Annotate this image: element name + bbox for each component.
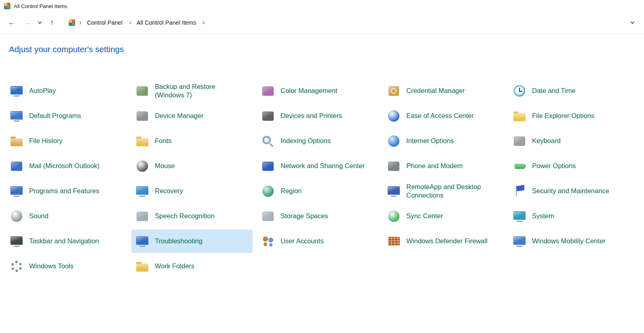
item-credential-manager[interactable]: Credential Manager	[383, 79, 504, 103]
item-speech-recognition[interactable]: Speech Recognition	[131, 204, 253, 228]
item-color-management[interactable]: Color Management	[257, 79, 378, 103]
mail-icon	[10, 159, 23, 173]
item-sound[interactable]: Sound	[6, 204, 127, 228]
item-label[interactable]: Sync Center	[406, 212, 443, 220]
item-label[interactable]: Devices and Printers	[281, 112, 342, 120]
windows-defender-firewall-icon	[387, 234, 401, 248]
item-file-history[interactable]: File History	[6, 129, 127, 153]
mouse-icon	[135, 159, 149, 173]
item-label[interactable]: Date and Time	[532, 86, 575, 95]
item-phone-and-modem[interactable]: Phone and Modem	[383, 154, 504, 178]
indexing-options-icon	[261, 134, 275, 148]
item-date-and-time[interactable]: Date and Time	[509, 79, 630, 103]
item-fonts[interactable]: Fonts	[131, 129, 253, 153]
breadcrumb-control-panel[interactable]: Control Panel	[84, 17, 125, 28]
item-label[interactable]: Speech Recognition	[155, 212, 215, 220]
item-sync-center[interactable]: Sync Center	[383, 204, 504, 228]
item-label[interactable]: Power Options	[532, 162, 576, 170]
item-user-accounts[interactable]: User Accounts	[257, 230, 378, 253]
item-label[interactable]: Fonts	[155, 137, 171, 145]
item-programs-and-features[interactable]: Programs and Features	[6, 179, 127, 203]
item-label[interactable]: Programs and Features	[29, 187, 99, 195]
item-label[interactable]: User Accounts	[281, 237, 323, 245]
item-label[interactable]: Credential Manager	[406, 86, 465, 95]
item-label[interactable]: Network and Sharing Center	[281, 162, 365, 170]
item-internet-options[interactable]: Internet Options	[383, 129, 504, 153]
item-mouse[interactable]: Mouse	[131, 154, 253, 178]
item-label[interactable]: Ease of Access Center	[406, 112, 474, 120]
back-button[interactable]: ←	[4, 15, 19, 30]
breadcrumb-all-control-panel-items[interactable]: All Control Panel Items	[134, 17, 198, 28]
sync-center-icon	[387, 209, 401, 223]
item-label[interactable]: Storage Spaces	[281, 212, 328, 220]
item-label[interactable]: Phone and Modem	[406, 162, 462, 170]
item-network-and-sharing-center[interactable]: Network and Sharing Center	[257, 154, 378, 178]
item-label[interactable]: Work Folders	[155, 262, 194, 270]
item-label[interactable]: Troubleshooting	[155, 237, 203, 245]
items-grid: AutoPlay Backup and Restore (Windows 7) …	[6, 79, 644, 280]
item-label[interactable]: Windows Tools	[29, 262, 74, 270]
item-label[interactable]: Security and Maintenance	[532, 187, 609, 195]
item-devices-and-printers[interactable]: Devices and Printers	[257, 104, 378, 128]
speech-recognition-icon	[135, 209, 149, 223]
item-windows-defender-firewall[interactable]: Windows Defender Firewall	[383, 230, 504, 253]
item-ease-of-access-center[interactable]: Ease of Access Center	[383, 104, 504, 128]
item-label[interactable]: Keyboard	[532, 137, 561, 145]
item-windows-mobility-center[interactable]: Windows Mobility Center	[509, 230, 630, 253]
item-autoplay[interactable]: AutoPlay	[6, 79, 127, 103]
item-power-options[interactable]: Power Options	[509, 154, 630, 178]
item-label[interactable]: Taskbar and Navigation	[29, 237, 99, 245]
item-label[interactable]: Indexing Options	[281, 137, 331, 145]
item-default-programs[interactable]: Default Programs	[6, 104, 127, 128]
item-remoteapp-and-desktop-connections[interactable]: RemoteApp and Desktop Connections	[383, 179, 504, 203]
item-region[interactable]: Region	[257, 179, 378, 203]
storage-spaces-icon	[261, 209, 275, 223]
item-troubleshooting[interactable]: Troubleshooting	[131, 230, 253, 253]
item-mail-microsoft-outlook[interactable]: Mail (Microsoft Outlook)	[6, 154, 127, 178]
item-label[interactable]: Mouse	[155, 162, 175, 170]
item-label[interactable]: File Explorer Options	[532, 112, 594, 120]
forward-button[interactable]: →	[19, 15, 35, 30]
item-system[interactable]: System	[509, 204, 630, 228]
windows-mobility-center-icon	[513, 234, 526, 248]
item-work-folders[interactable]: Work Folders	[131, 255, 253, 278]
chevron-down-icon	[630, 20, 634, 24]
item-recovery[interactable]: Recovery	[131, 179, 253, 203]
item-label[interactable]: Windows Defender Firewall	[406, 237, 488, 245]
recovery-icon	[135, 184, 149, 198]
item-label[interactable]: RemoteApp and Desktop Connections	[406, 183, 495, 200]
item-label[interactable]: Backup and Restore (Windows 7)	[155, 82, 244, 99]
item-file-explorer-options[interactable]: File Explorer Options	[509, 104, 630, 128]
item-windows-tools[interactable]: Windows Tools	[6, 255, 127, 278]
item-label[interactable]: Internet Options	[406, 137, 454, 145]
item-label[interactable]: Region	[281, 187, 302, 195]
item-indexing-options[interactable]: Indexing Options	[257, 129, 378, 153]
item-label[interactable]: Mail (Microsoft Outlook)	[29, 162, 99, 170]
internet-options-icon	[387, 134, 401, 148]
region-icon	[261, 184, 275, 198]
content-area: Adjust your computer's settings AutoPlay…	[0, 44, 644, 280]
troubleshooting-icon	[135, 234, 149, 248]
user-accounts-icon	[261, 234, 275, 248]
item-label[interactable]: File History	[29, 137, 63, 145]
item-label[interactable]: AutoPlay	[29, 86, 56, 95]
item-label[interactable]: Device Manager	[155, 112, 203, 120]
item-keyboard[interactable]: Keyboard	[509, 129, 630, 153]
item-storage-spaces[interactable]: Storage Spaces	[257, 204, 378, 228]
security-maintenance-icon	[513, 184, 526, 198]
item-device-manager[interactable]: Device Manager	[131, 104, 253, 128]
item-label[interactable]: Windows Mobility Center	[532, 237, 606, 245]
address-bar-dropdown-button[interactable]	[625, 16, 639, 30]
item-label[interactable]: Recovery	[155, 187, 183, 195]
item-backup-and-restore-windows-7[interactable]: Backup and Restore (Windows 7)	[131, 79, 253, 103]
item-taskbar-and-navigation[interactable]: Taskbar and Navigation	[6, 230, 127, 253]
breadcrumb-separator-icon	[78, 21, 81, 24]
address-bar[interactable]: Control Panel All Control Panel Items	[65, 15, 625, 30]
item-label[interactable]: Default Programs	[29, 112, 81, 120]
up-button[interactable]: ↑	[44, 15, 60, 30]
item-label[interactable]: System	[532, 212, 554, 220]
item-label[interactable]: Color Management	[281, 86, 337, 95]
item-label[interactable]: Sound	[29, 212, 49, 220]
item-security-and-maintenance[interactable]: Security and Maintenance	[509, 179, 630, 203]
recent-locations-dropdown[interactable]	[35, 15, 44, 30]
